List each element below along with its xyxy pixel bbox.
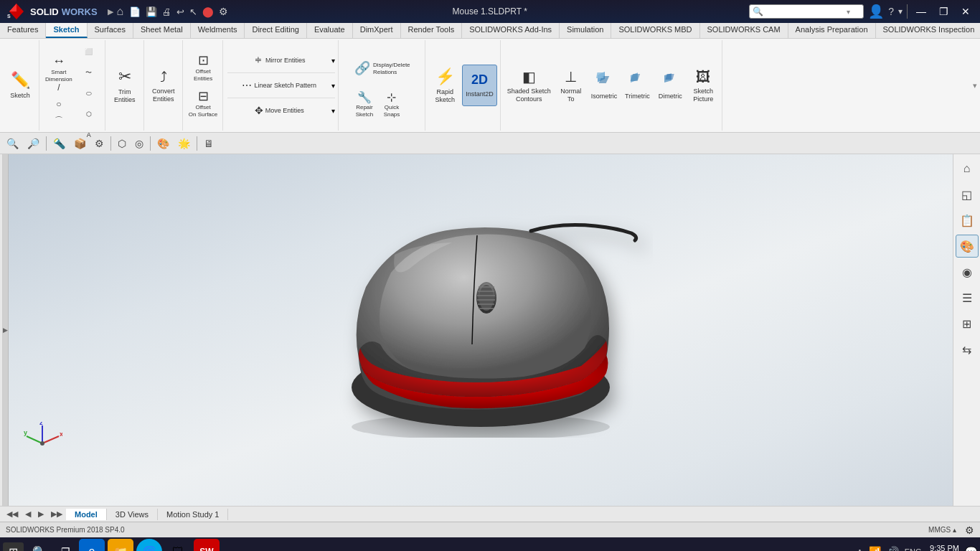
vt-hide-show-btn[interactable]: ⬡	[114, 136, 130, 151]
search-dropdown-icon[interactable]: ▾	[847, 8, 850, 16]
right-panel-feature-mgr-btn[interactable]: 📋	[956, 209, 979, 232]
vt-section-view-btn[interactable]: 🔦	[50, 136, 69, 151]
trim-entities-btn[interactable]: ✂ TrimEntities	[109, 65, 141, 106]
viewport[interactable]: x y z	[9, 154, 953, 506]
ellipse-btn[interactable]: ⬭	[76, 83, 102, 103]
convert-entities-btn[interactable]: ⤴ ConvertEntities	[148, 65, 179, 106]
tab-weldments[interactable]: Weldments	[191, 23, 245, 38]
start-btn[interactable]: ⊞	[3, 542, 24, 552]
arc-btn[interactable]: ⌒	[43, 113, 75, 128]
mirror-entities-btn[interactable]: ⫩ Mirror Entities	[227, 50, 331, 71]
tab-motion-study[interactable]: Motion Study 1	[158, 509, 228, 520]
vt-dynamic-view-btn[interactable]: 📦	[70, 136, 90, 151]
vt-scene-btn[interactable]: 🌟	[174, 136, 194, 151]
quick-snaps-btn[interactable]: ⊹ QuickSnaps	[379, 88, 405, 120]
circle-btn[interactable]: ○	[43, 96, 75, 112]
edge-app-btn[interactable]: e	[79, 539, 105, 551]
tab-sheet-metal[interactable]: Sheet Metal	[133, 23, 191, 38]
shaded-contours-btn[interactable]: ◧ Shaded SketchContours	[504, 65, 554, 106]
windows-defender-btn[interactable]: 🛡	[165, 539, 191, 551]
arrow-expand-btn[interactable]: ▶	[108, 7, 113, 17]
display-delete-relations-btn[interactable]: 🔗 Display/DeleteRelations	[352, 51, 413, 87]
rebuild-btn[interactable]: ⬤	[200, 4, 216, 19]
offset-surface-btn[interactable]: ⊟ OffsetOn Surface	[187, 86, 220, 121]
sketch-picture-btn[interactable]: 🖼 SketchPicture	[687, 65, 719, 106]
tab-evaluate[interactable]: Evaluate	[307, 23, 353, 38]
tab-render-tools[interactable]: Render Tools	[401, 23, 463, 38]
task-view-btn[interactable]: ❐	[55, 543, 76, 551]
right-panel-compare-btn[interactable]: ⇆	[956, 338, 979, 361]
normal-to-btn[interactable]: ⊥ NormalTo	[555, 65, 587, 106]
smart-dimension-btn[interactable]: ↔ SmartDimension	[43, 58, 75, 78]
units-indicator[interactable]: MMGS ▴	[928, 526, 956, 534]
vt-zoom-fit-btn[interactable]: 🔍	[3, 136, 22, 151]
spline-btn[interactable]: 〜	[76, 62, 102, 83]
tab-sketch[interactable]: Sketch	[46, 23, 87, 38]
tab-model[interactable]: Model	[66, 509, 107, 520]
right-panel-home-btn[interactable]: ⌂	[956, 157, 979, 180]
right-panel-3dview-btn[interactable]: ◱	[956, 183, 979, 206]
save-btn[interactable]: 💾	[143, 5, 159, 19]
tab-cam[interactable]: SOLIDWORKS CAM	[700, 23, 788, 38]
more-btn[interactable]: ▾	[898, 6, 903, 17]
rapid-sketch-btn[interactable]: ⚡ RapidSketch	[429, 65, 461, 106]
panel-expand-handle[interactable]: ▶	[3, 154, 9, 506]
mirror-dropdown-icon[interactable]: ▾	[331, 57, 335, 65]
line-btn[interactable]: /	[43, 80, 75, 95]
tab-direct-editing[interactable]: Direct Editing	[245, 23, 306, 38]
vt-zoom-area-btn[interactable]: 🔎	[24, 136, 43, 151]
restore-btn[interactable]: ❐	[935, 4, 953, 19]
search-box[interactable]: 🔍 ▾	[749, 4, 864, 19]
minimize-btn[interactable]: —	[912, 4, 930, 19]
tab-surfaces[interactable]: Surfaces	[88, 23, 133, 38]
undo-btn[interactable]: ↩	[174, 5, 187, 19]
network-icon[interactable]: 📶	[869, 546, 881, 551]
tab-solidworks-addins[interactable]: SOLIDWORKS Add-Ins	[462, 23, 560, 38]
prev-btn[interactable]: ◀	[22, 508, 34, 520]
linear-pattern-btn[interactable]: ⋯ Linear Sketch Pattern	[227, 75, 331, 96]
home-btn-title[interactable]: ⌂	[114, 4, 127, 19]
file-explorer-btn[interactable]: 📁	[108, 539, 133, 551]
print-btn[interactable]: 🖨	[160, 5, 174, 19]
vt-display-style-btn[interactable]: ◎	[131, 136, 147, 151]
dimetric-btn[interactable]: Dimetric	[654, 65, 686, 106]
language-indicator[interactable]: ENG	[905, 547, 922, 551]
tab-dimxpert[interactable]: DimXpert	[353, 23, 401, 38]
new-doc-btn[interactable]: 📄	[127, 5, 143, 19]
polygon-btn[interactable]: ⬡	[76, 104, 102, 124]
instant2d-btn[interactable]: 2D Instant2D	[462, 65, 497, 106]
move-entities-btn[interactable]: ✥ Move Entities	[227, 100, 331, 121]
user-profile-icon[interactable]: 👤	[868, 4, 884, 19]
clock[interactable]: 9:35 PM 3/29/2021	[928, 544, 960, 552]
tab-simulation[interactable]: Simulation	[560, 23, 611, 38]
pointer-btn[interactable]: ↖	[187, 5, 199, 19]
right-panel-list-btn[interactable]: ☰	[956, 286, 979, 309]
edge-browser-btn[interactable]: 🌀	[136, 539, 162, 551]
right-panel-color-btn[interactable]: ◉	[956, 260, 979, 283]
vt-appearance-btn[interactable]: 🎨	[154, 136, 173, 151]
settings-status-icon[interactable]: ⚙	[965, 524, 974, 536]
tab-analysis[interactable]: Analysis Preparation	[788, 23, 876, 38]
tab-3dviews[interactable]: 3D Views	[107, 509, 158, 520]
repair-sketch-btn[interactable]: 🔧 RepairSketch	[352, 88, 377, 120]
help-btn[interactable]: ?	[888, 6, 894, 17]
search-input[interactable]	[765, 8, 844, 16]
right-panel-display-mgr-btn[interactable]: 🎨	[956, 235, 979, 258]
tab-features[interactable]: Features	[0, 23, 46, 38]
offset-entities-btn[interactable]: ⊡ OffsetEntities	[187, 50, 220, 85]
prev-prev-btn[interactable]: ◀◀	[3, 508, 22, 520]
trimetric-btn[interactable]: Trimetric	[621, 65, 653, 106]
next-next-btn[interactable]: ▶▶	[47, 508, 66, 520]
move-entities-dropdown-icon[interactable]: ▾	[331, 107, 335, 115]
right-panel-selection-filter-btn[interactable]: ⊞	[956, 312, 979, 335]
notification-icon[interactable]: 💬	[965, 546, 977, 551]
tab-inspection[interactable]: SOLIDWORKS Inspection	[876, 23, 981, 38]
sketch-btn[interactable]: ✏️ Sketch	[4, 65, 36, 106]
vt-view-settings-btn[interactable]: ⚙	[91, 136, 108, 151]
volume-icon[interactable]: 🔊	[887, 546, 899, 551]
next-btn[interactable]: ▶	[34, 508, 47, 520]
search-taskbar-btn[interactable]: 🔍	[27, 542, 52, 552]
options-btn[interactable]: ⚙	[217, 4, 230, 19]
vt-display-manager-btn[interactable]: 🖥	[200, 136, 217, 151]
rectangle-btn[interactable]: ⬜	[76, 42, 102, 62]
